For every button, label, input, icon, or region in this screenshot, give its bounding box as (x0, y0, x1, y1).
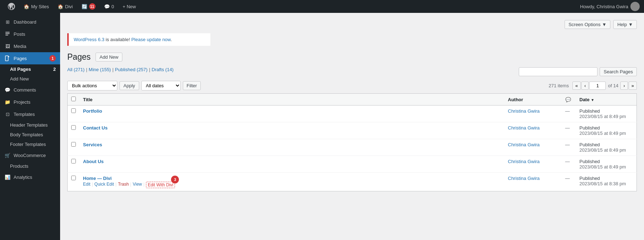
sidebar-item-posts[interactable]: Posts (0, 28, 60, 40)
col-header-comments[interactable]: 💬 (562, 94, 576, 106)
wp-logo-item[interactable] (4, 0, 19, 13)
apply-button[interactable]: Apply (119, 81, 139, 90)
view-link[interactable]: View (133, 182, 142, 187)
author-link[interactable]: Christina Gwira (508, 142, 540, 147)
svg-rect-3 (5, 56, 8, 61)
prev-page-button[interactable]: ‹ (581, 82, 589, 90)
select-all-checkbox[interactable] (71, 97, 76, 101)
pages-icon (4, 55, 11, 62)
pages-table: Title Author 💬 Date ▼ Portfolio Christin… (67, 93, 637, 191)
first-page-button[interactable]: « (572, 82, 581, 90)
row-actions: Edit | Quick Edit | Trash | View | Edit … (83, 182, 501, 188)
sidebar-sub-header-templates[interactable]: Header Templates (0, 120, 60, 130)
edit-link[interactable]: Edit (83, 182, 91, 187)
page-number-input[interactable] (589, 82, 606, 90)
row-title-cell: Services (79, 139, 504, 156)
row-check (68, 173, 80, 191)
row-date-cell: Published 2023/08/15 at 8:49 pm (576, 156, 637, 173)
author-link[interactable]: Christina Gwira (508, 176, 540, 181)
row-checkbox[interactable] (71, 125, 76, 130)
all-pages-badge: 2 (53, 67, 56, 72)
sidebar-item-label: Analytics (14, 175, 32, 180)
pages-badge: 1 (49, 55, 56, 62)
page-heading: Pages Add New (67, 52, 637, 62)
col-header-check (68, 94, 80, 106)
templates-icon: ⊡ (4, 111, 11, 117)
row-title-link[interactable]: Home — Divi (83, 176, 112, 181)
bulk-actions-select[interactable]: Bulk actions (67, 81, 117, 90)
sidebar-item-pages[interactable]: Pages 1 (0, 52, 60, 64)
svg-rect-2 (5, 35, 8, 35)
row-author-cell: Christina Gwira (504, 106, 562, 122)
sidebar-item-templates[interactable]: ⊡ Templates (0, 108, 60, 120)
page-title: Pages (67, 52, 91, 62)
svg-rect-0 (5, 32, 10, 33)
row-comments-cell: — (562, 139, 576, 156)
updates-item[interactable]: 🔄 11 (78, 0, 99, 13)
row-comments-cell: — (562, 106, 576, 122)
search-pages-button[interactable]: Search Pages (600, 67, 637, 76)
footer-templates-label: Footer Templates (10, 142, 46, 147)
filter-drafts[interactable]: Drafts (14) (152, 67, 174, 72)
filter-all[interactable]: All (271) (67, 67, 84, 72)
filter-published[interactable]: Published (257) (115, 67, 147, 72)
comments-count: 0 (112, 4, 114, 9)
row-title-link[interactable]: Portfolio (83, 108, 102, 114)
author-link[interactable]: Christina Gwira (508, 125, 540, 131)
sidebar-item-dashboard[interactable]: ⊞ Dashboard (0, 16, 60, 28)
site-name-item[interactable]: 🏠 Divi (54, 0, 77, 13)
step3-badge: 3 (171, 176, 179, 183)
row-checkbox[interactable] (71, 108, 76, 113)
main-content: Screen Options ▼ Help ▼ WordPress 6.3 is… (60, 13, 644, 240)
sidebar-sub-body-templates[interactable]: Body Templates (0, 130, 60, 139)
last-page-button[interactable]: » (629, 82, 637, 90)
col-header-title[interactable]: Title (79, 94, 504, 106)
col-header-date[interactable]: Date ▼ (576, 94, 637, 106)
quick-edit-link[interactable]: Quick Edit (94, 182, 114, 187)
col-header-author[interactable]: Author (504, 94, 562, 106)
next-page-button[interactable]: › (620, 82, 628, 90)
sidebar-item-projects[interactable]: 📁 Projects (0, 96, 60, 108)
sidebar-sub-all-pages[interactable]: All Pages 2 (0, 64, 60, 74)
sidebar-item-label: WooCommerce (14, 153, 46, 158)
search-input[interactable] (519, 67, 597, 76)
row-checkbox[interactable] (71, 176, 76, 180)
table-row: Home — Divi Edit | Quick Edit | Trash | … (68, 173, 637, 191)
screen-options-button[interactable]: Screen Options ▼ (565, 20, 610, 29)
row-date-cell: Published 2023/08/15 at 8:49 pm (576, 106, 637, 122)
update-link[interactable]: Please update now (131, 37, 171, 42)
help-button[interactable]: Help ▼ (613, 20, 637, 29)
author-link[interactable]: Christina Gwira (508, 108, 540, 114)
my-sites-item[interactable]: 🏠 My Sites (20, 0, 53, 13)
row-title-link[interactable]: About Us (83, 159, 104, 164)
filter-mine[interactable]: Mine (155) (89, 67, 111, 72)
author-link[interactable]: Christina Gwira (508, 159, 540, 164)
sidebar-sub-footer-templates[interactable]: Footer Templates (0, 139, 60, 149)
new-item[interactable]: + New (119, 0, 140, 13)
add-new-button[interactable]: Add New (96, 53, 122, 62)
row-author-cell: Christina Gwira (504, 139, 562, 156)
search-area: Search Pages (519, 67, 637, 76)
row-title-cell: About Us (79, 156, 504, 173)
update-notice: WordPress 6.3 is available! Please updat… (67, 33, 210, 46)
date-filter-select[interactable]: All dates (141, 81, 181, 90)
comments-item[interactable]: 💬 0 (101, 0, 118, 13)
sidebar-sub-products[interactable]: Products (0, 161, 60, 171)
wp-version-link[interactable]: WordPress 6.3 (74, 37, 104, 42)
row-checkbox[interactable] (71, 142, 76, 147)
sidebar-sub-add-new[interactable]: Add New (0, 74, 60, 84)
sidebar-item-label: Posts (14, 31, 25, 37)
new-label: + New (123, 4, 136, 9)
sidebar-item-analytics[interactable]: 📊 Analytics (0, 171, 60, 183)
row-title-link[interactable]: Contact Us (83, 125, 108, 131)
edit-with-divi-link[interactable]: Edit With Divi (148, 182, 173, 187)
sidebar-item-media[interactable]: 🖼 Media (0, 40, 60, 52)
sidebar-item-comments[interactable]: 💬 Comments (0, 84, 60, 96)
table-row: Portfolio Christina Gwira — Published 20… (68, 106, 637, 122)
woocommerce-icon: 🛒 (4, 152, 11, 158)
sidebar-item-woocommerce[interactable]: 🛒 WooCommerce (0, 149, 60, 161)
filter-button[interactable]: Filter (183, 81, 201, 90)
trash-link[interactable]: Trash (118, 182, 129, 187)
row-checkbox[interactable] (71, 159, 76, 163)
row-title-link[interactable]: Services (83, 142, 102, 147)
